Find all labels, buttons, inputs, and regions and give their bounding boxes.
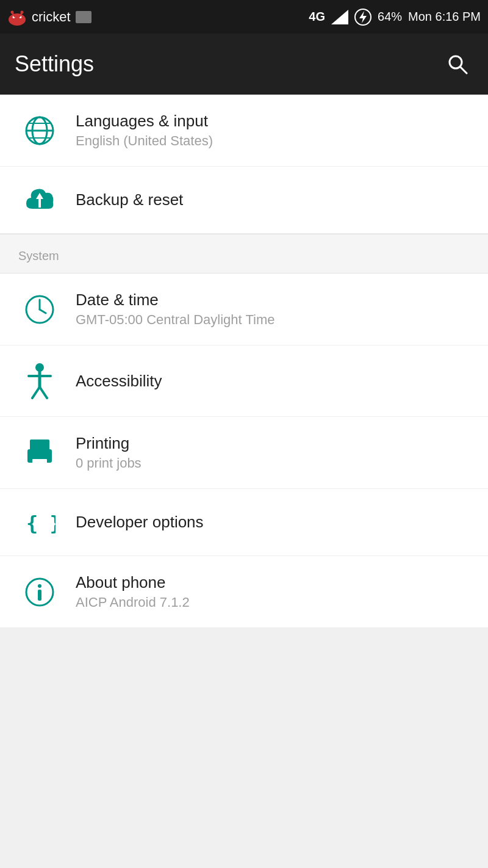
svg-line-20 bbox=[40, 309, 46, 313]
search-icon bbox=[447, 53, 468, 75]
about-subtitle: AICP Android 7.1.2 bbox=[76, 595, 190, 610]
svg-marker-7 bbox=[331, 10, 348, 24]
accessibility-text: Accessibility bbox=[76, 372, 162, 391]
svg-point-6 bbox=[21, 10, 24, 13]
developer-icon: { } bbox=[24, 507, 56, 538]
settings-item-about[interactable]: About phone AICP Android 7.1.2 bbox=[0, 556, 488, 628]
carrier-name: cricket bbox=[32, 9, 71, 25]
globe-icon-container bbox=[18, 115, 61, 146]
search-button[interactable] bbox=[442, 48, 473, 80]
globe-icon bbox=[24, 115, 56, 146]
settings-item-languages[interactable]: Languages & input English (United States… bbox=[0, 95, 488, 167]
printing-subtitle: 0 print jobs bbox=[76, 455, 142, 471]
svg-point-32 bbox=[38, 584, 41, 588]
page-title: Settings bbox=[15, 51, 94, 77]
svg-line-24 bbox=[32, 387, 40, 398]
svg-rect-28 bbox=[32, 459, 47, 468]
languages-text: Languages & input English (United States… bbox=[76, 112, 213, 149]
system-section-label: System bbox=[18, 249, 59, 262]
carrier-image-icon bbox=[76, 11, 92, 23]
settings-item-accessibility[interactable]: Accessibility bbox=[0, 345, 488, 417]
backup-title: Backup & reset bbox=[76, 190, 183, 209]
settings-item-developer[interactable]: { } Developer options bbox=[0, 489, 488, 556]
status-right: 4G 64% Mon 6:16 PM bbox=[309, 9, 481, 26]
clock-icon bbox=[24, 294, 56, 325]
datetime-title: Date & time bbox=[76, 291, 274, 309]
clock-icon-container bbox=[18, 294, 61, 325]
battery-percent: 64% bbox=[378, 10, 402, 24]
svg-rect-29 bbox=[31, 453, 35, 456]
settings-header: Settings bbox=[0, 34, 488, 95]
svg-line-25 bbox=[40, 387, 47, 398]
info-icon bbox=[24, 576, 56, 608]
developer-title: Developer options bbox=[76, 513, 204, 532]
svg-text:{ }: { } bbox=[26, 512, 56, 535]
about-title: About phone bbox=[76, 573, 190, 592]
accessibility-title: Accessibility bbox=[76, 372, 162, 391]
android-icon bbox=[7, 9, 27, 26]
about-text: About phone AICP Android 7.1.2 bbox=[76, 573, 190, 610]
svg-marker-9 bbox=[359, 11, 367, 23]
svg-rect-33 bbox=[38, 590, 41, 601]
developer-text: Developer options bbox=[76, 513, 204, 532]
backup-text: Backup & reset bbox=[76, 190, 183, 209]
signal-icon bbox=[331, 10, 348, 24]
accessibility-icon bbox=[24, 363, 56, 399]
print-icon bbox=[24, 437, 56, 469]
languages-title: Languages & input bbox=[76, 112, 213, 131]
developer-icon-container: { } bbox=[18, 507, 61, 538]
settings-item-printing[interactable]: Printing 0 print jobs bbox=[0, 417, 488, 489]
printing-text: Printing 0 print jobs bbox=[76, 434, 142, 471]
accessibility-icon-container bbox=[18, 363, 61, 399]
network-type: 4G bbox=[309, 10, 325, 24]
settings-item-backup[interactable]: Backup & reset bbox=[0, 167, 488, 234]
status-bar: cricket 4G 64% Mon 6:16 PM bbox=[0, 0, 488, 34]
battery-charging-icon bbox=[354, 9, 371, 26]
svg-rect-26 bbox=[30, 439, 49, 450]
print-icon-container bbox=[18, 437, 61, 469]
svg-point-5 bbox=[11, 10, 14, 13]
system-section-header: System bbox=[0, 234, 488, 273]
settings-item-datetime[interactable]: Date & time GMT-05:00 Central Daylight T… bbox=[0, 273, 488, 345]
cloud-upload-icon bbox=[24, 186, 56, 215]
languages-subtitle: English (United States) bbox=[76, 133, 213, 149]
cloud-upload-icon-container bbox=[18, 186, 61, 215]
svg-line-11 bbox=[461, 67, 467, 73]
printing-title: Printing bbox=[76, 434, 142, 453]
status-left: cricket bbox=[7, 9, 92, 26]
datetime-text: Date & time GMT-05:00 Central Daylight T… bbox=[76, 291, 274, 328]
time-display: Mon 6:16 PM bbox=[408, 10, 481, 24]
datetime-subtitle: GMT-05:00 Central Daylight Time bbox=[76, 312, 274, 328]
settings-list: Languages & input English (United States… bbox=[0, 95, 488, 628]
info-icon-container bbox=[18, 576, 61, 608]
svg-point-0 bbox=[9, 13, 26, 26]
